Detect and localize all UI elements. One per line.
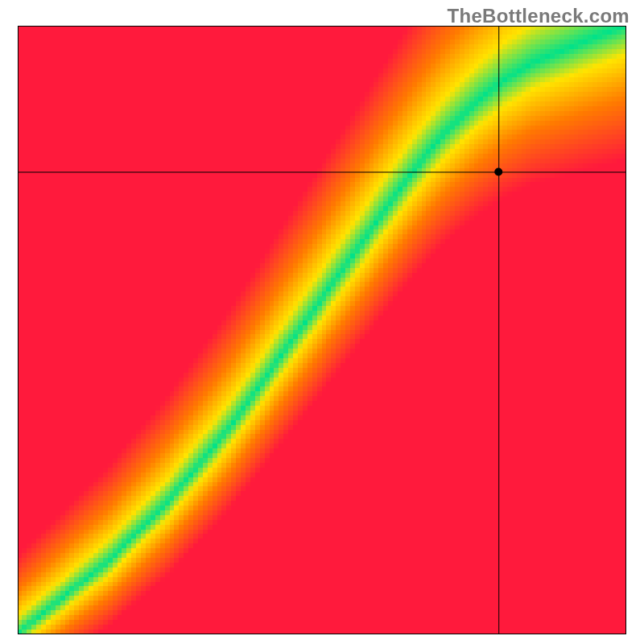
chart-container: TheBottleneck.com xyxy=(0,0,644,644)
bottleneck-heatmap xyxy=(18,26,626,634)
attribution-label: TheBottleneck.com xyxy=(448,5,630,27)
